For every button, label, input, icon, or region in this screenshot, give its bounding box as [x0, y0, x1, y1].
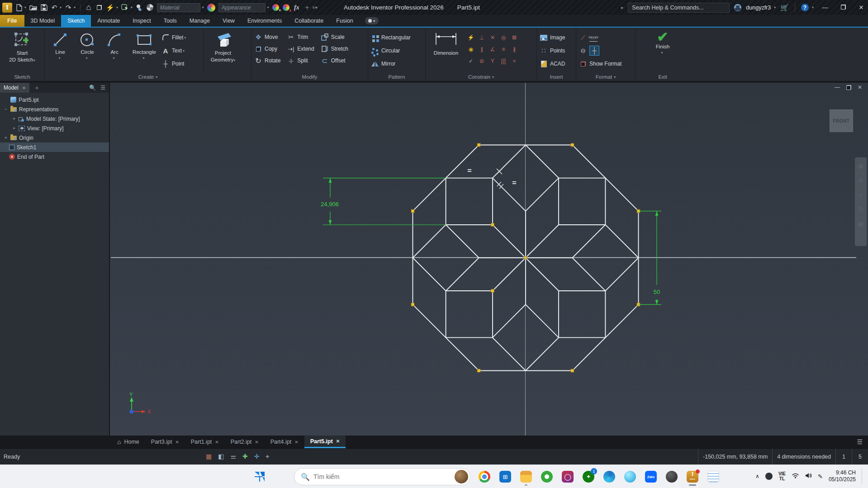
material-spheres-icon[interactable]	[136, 3, 143, 13]
perpendicular-constraint-icon[interactable]: ⊥	[476, 32, 487, 43]
volume-icon[interactable]	[805, 472, 812, 480]
symmetric-constraint-icon[interactable]: Y	[487, 55, 498, 67]
tab-close-icon[interactable]: ✕	[294, 440, 298, 445]
rectangle-button[interactable]: Rectangle▾	[129, 30, 160, 60]
minimize-button[interactable]: —	[818, 4, 832, 11]
panel-label-format[interactable]: Format▾	[576, 73, 635, 81]
qat-overflow-caret-icon[interactable]: ≡▾	[313, 5, 318, 10]
show-constraints-icon[interactable]: ✓	[465, 55, 476, 67]
rectangular-pattern-button[interactable]: Rectangular	[371, 32, 411, 43]
color-wheel-icon[interactable]	[207, 3, 215, 13]
scale-button[interactable]: Scale	[321, 32, 348, 43]
panel-label-modify[interactable]: Modify	[251, 73, 368, 81]
stretch-button[interactable]: Stretch	[321, 43, 348, 54]
adjust-add-icon[interactable]: +	[272, 3, 280, 13]
equal-constraint-icon[interactable]: =	[509, 55, 520, 67]
line-button[interactable]: Line▾	[47, 30, 73, 60]
material-combo[interactable]	[157, 3, 200, 12]
messenger-icon[interactable]	[624, 471, 636, 483]
select-tool-caret-icon[interactable]: ▾	[131, 5, 133, 9]
tree-item-end-of-part[interactable]: ✕ End of Part	[0, 152, 109, 161]
dev-browser-icon[interactable]	[666, 471, 678, 483]
tree-item-sketch1[interactable]: Sketch1	[0, 142, 109, 152]
save-button[interactable]	[40, 3, 47, 13]
expand-icon[interactable]: +	[12, 116, 16, 121]
add-button[interactable]: ＋	[304, 3, 311, 13]
quick-command-button[interactable]: ⚡	[106, 3, 114, 13]
start-button[interactable]	[255, 472, 265, 482]
panel-label-create[interactable]: Create▾	[45, 73, 251, 81]
circle-button[interactable]: Circle▾	[75, 30, 100, 60]
slice-view-icon[interactable]: ⚌	[230, 453, 236, 460]
microsoft-store-icon[interactable]: ⊞	[499, 471, 511, 483]
user-caret-icon[interactable]: ▾	[774, 5, 776, 9]
close-button[interactable]: ✕	[854, 4, 868, 11]
finish-sketch-button[interactable]: ✔ Finish ▾	[647, 30, 678, 55]
notes-icon[interactable]	[707, 471, 719, 483]
pen-icon[interactable]: ✎	[818, 473, 823, 480]
zoom-icon[interactable]: ⌖	[859, 191, 863, 199]
select-tool-button[interactable]	[121, 3, 129, 13]
collinear-constraint-icon[interactable]: ∠	[487, 43, 498, 55]
split-button[interactable]: -|-Split	[287, 55, 314, 66]
inventor-logo-icon[interactable]: I	[2, 3, 12, 13]
mirror-button[interactable]: Mirror	[371, 58, 411, 69]
tray-expand-icon[interactable]: ∧	[755, 473, 759, 479]
undo-caret-icon[interactable]: ▾	[60, 5, 62, 9]
move-button[interactable]: ✥Move	[254, 32, 280, 43]
circular-pattern-button[interactable]: Circular	[371, 45, 411, 56]
tree-item-representations[interactable]: − Representations	[0, 104, 109, 114]
expand-icon[interactable]: +	[4, 135, 8, 140]
help-caret-icon[interactable]: ▾	[812, 5, 814, 9]
panel-label-constrain[interactable]: Constrain▾	[426, 73, 536, 81]
shaded-view-icon[interactable]: ✚	[242, 453, 248, 460]
navigation-wheel-icon[interactable]: ◉	[858, 162, 863, 170]
tab-environments[interactable]: Environments	[241, 15, 288, 27]
show-desktop-button[interactable]	[862, 468, 863, 484]
expand-icon[interactable]: +	[12, 126, 16, 131]
concentric-constraint-icon[interactable]: ◎	[498, 32, 509, 43]
dimension-button[interactable]: Dimension	[428, 30, 464, 56]
doc-minimize-icon[interactable]: —	[835, 84, 840, 90]
tab-file[interactable]: File	[0, 15, 24, 27]
coc-coc-icon[interactable]	[541, 471, 553, 483]
collapse-icon[interactable]: −	[4, 107, 8, 112]
search-expand-icon[interactable]: ▸	[621, 5, 623, 10]
center-point-toggle[interactable]: ┼	[589, 46, 599, 56]
cart-icon[interactable]: 🛒	[780, 3, 789, 13]
tab-inspect[interactable]: Inspect	[126, 15, 157, 27]
paste-button[interactable]	[95, 3, 103, 13]
tab-3d-model[interactable]: 3D Model	[24, 15, 62, 27]
arc-button[interactable]: Arc▾	[102, 30, 127, 60]
project-geometry-button[interactable]: Project Geometry ▾	[207, 30, 239, 63]
tab-close-icon[interactable]: ✕	[175, 440, 179, 445]
quick-command-caret-icon[interactable]: ▾	[116, 5, 118, 9]
restore-button[interactable]	[836, 4, 850, 11]
undo-button[interactable]: ↶	[51, 3, 58, 13]
grid-snap-icon[interactable]: ▦	[206, 453, 212, 460]
lock-constraint-icon[interactable]: ⊠	[509, 32, 520, 43]
new-file-button[interactable]	[15, 3, 23, 13]
taskbar-search[interactable]: 🔍	[294, 468, 470, 485]
search-highlight-avatar[interactable]	[455, 470, 468, 483]
fx-button[interactable]: fx	[293, 3, 300, 13]
doc-tab-part5[interactable]: Part5.ipt✕	[304, 436, 346, 448]
edge-icon[interactable]	[603, 471, 615, 483]
driven-dimension-icon[interactable]: H(x)H	[589, 33, 598, 42]
show-format-button[interactable]: Show Format	[579, 58, 621, 69]
pan-icon[interactable]: ⊕	[858, 176, 864, 185]
panel-label-pattern[interactable]: Pattern	[368, 73, 425, 81]
doc-tab-part2[interactable]: Part2.ipt✕	[225, 436, 265, 448]
tab-sketch[interactable]: Sketch	[61, 15, 91, 27]
browser-search-icon[interactable]: 🔍	[89, 85, 96, 91]
vertical-constraint-icon[interactable]: ∦	[509, 43, 520, 55]
render-ball-icon[interactable]	[147, 3, 154, 13]
image-button[interactable]: Image	[540, 32, 565, 43]
xbox-icon[interactable]: ✦1	[583, 471, 594, 483]
centerline-icon[interactable]: ⊖	[579, 47, 587, 55]
appearance-caret-icon[interactable]: ▾	[267, 5, 269, 9]
wifi-icon[interactable]	[792, 472, 799, 480]
fillet-button[interactable]: Fillet▾	[161, 32, 200, 43]
help-icon[interactable]: ?	[801, 4, 809, 11]
appearance-combo[interactable]	[218, 3, 266, 12]
